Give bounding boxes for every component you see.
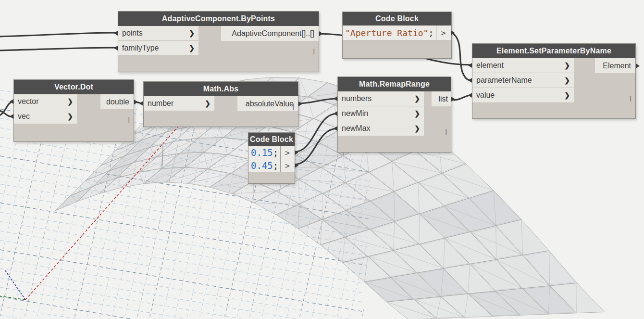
chevron-right-icon: ❯ [189, 44, 195, 52]
code-semicolon: ; [273, 160, 278, 171]
node-element-setparameterbyname[interactable]: Element.SetParameterByName element ❯ par… [472, 43, 636, 119]
wire[interactable] [0, 33, 118, 37]
wire[interactable] [0, 48, 118, 51]
input-port-vec[interactable]: vec ❯ [14, 109, 77, 124]
x-axis [25, 121, 183, 300]
input-port-numbers[interactable]: numbers ❯ [338, 91, 424, 106]
code-line[interactable]: 0.45; > [248, 159, 295, 172]
output-port-adaptivecomponent[interactable]: AdaptiveComponent[]..[] [221, 26, 319, 41]
chevron-right-icon: ❯ [564, 91, 570, 99]
input-port-newmin[interactable]: newMin ❯ [338, 106, 424, 121]
code-line[interactable]: 0.15; > [248, 146, 295, 159]
code-string-literal: "Aperture Ratio" [345, 28, 428, 38]
node-title[interactable]: AdaptiveComponent.ByPoints [118, 12, 319, 26]
chevron-right-icon: ❯ [414, 125, 420, 132]
node-title[interactable]: Code Block [248, 133, 295, 146]
node-code-block-string[interactable]: Code Block "Aperture Ratio"; > [342, 12, 452, 59]
input-port-number[interactable]: number ❯ [144, 96, 214, 111]
code-number-literal: 0.15 [251, 147, 273, 158]
output-port-double[interactable]: double [100, 94, 134, 109]
node-title[interactable]: Math.Abs [144, 82, 298, 96]
lacing-indicator[interactable]: | [293, 102, 294, 110]
input-port-familytype[interactable]: familyType ❯ [118, 41, 198, 56]
output-port-absolutevalue[interactable]: absoluteValue [237, 96, 298, 111]
output-port-list[interactable]: list [432, 91, 451, 106]
node-code-block-values[interactable]: Code Block 0.15; > 0.45; > [248, 132, 295, 184]
node-title[interactable]: Code Block [343, 12, 451, 26]
chevron-right-icon: ❯ [189, 29, 195, 37]
input-port-element[interactable]: element ❯ [472, 58, 574, 73]
lacing-indicator[interactable]: | [630, 94, 632, 102]
chevron-right-icon: ❯ [414, 95, 420, 102]
lacing-indicator[interactable]: | [446, 128, 447, 135]
output-port-code-1[interactable]: > [280, 146, 294, 159]
output-port-code-2[interactable]: > [280, 159, 294, 172]
chevron-right-icon: ❯ [67, 98, 73, 105]
node-adaptive-component-bypoints[interactable]: AdaptiveComponent.ByPoints points ❯ fami… [118, 11, 319, 72]
dynamo-workspace[interactable]: AdaptiveComponent.ByPoints points ❯ fami… [0, 0, 644, 319]
node-title[interactable]: Element.SetParameterByName [472, 44, 635, 58]
chevron-right-icon: ❯ [564, 77, 570, 84]
input-port-points[interactable]: points ❯ [118, 26, 198, 41]
wire[interactable] [451, 32, 472, 80]
node-title[interactable]: Vector.Dot [14, 80, 134, 94]
lacing-indicator[interactable]: | [128, 115, 130, 123]
code-semicolon: ; [273, 147, 278, 158]
code-number-literal: 0.45 [251, 160, 273, 171]
input-port-vector[interactable]: vector ❯ [14, 94, 77, 109]
input-port-newmax[interactable]: newMax ❯ [338, 121, 424, 136]
code-semicolon: ; [428, 28, 433, 38]
chevron-right-icon: ❯ [67, 113, 73, 120]
output-port-code[interactable]: > [436, 26, 450, 40]
output-port-element[interactable]: Element [595, 58, 635, 73]
node-math-abs[interactable]: Math.Abs number ❯ absoluteValue | [143, 81, 298, 127]
node-vector-dot[interactable]: Vector.Dot vector ❯ vec ❯ double | [13, 79, 134, 142]
chevron-right-icon: ❯ [205, 100, 211, 107]
chevron-right-icon: ❯ [414, 110, 420, 117]
input-port-value[interactable]: value ❯ [472, 88, 574, 103]
input-port-parametername[interactable]: parameterName ❯ [472, 73, 574, 88]
lacing-indicator[interactable]: | [313, 47, 315, 54]
code-line[interactable]: "Aperture Ratio"; > [343, 26, 451, 40]
node-title[interactable]: Math.RemapRange [338, 77, 451, 91]
node-math-remaprange[interactable]: Math.RemapRange numbers ❯ newMin ❯ newMa… [337, 77, 451, 153]
chevron-right-icon: ❯ [564, 62, 570, 69]
